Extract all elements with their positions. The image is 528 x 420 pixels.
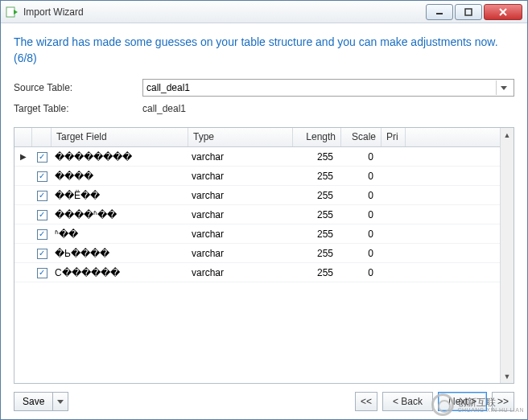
content: The wizard has made some guesses on your…	[1, 23, 527, 419]
save-button[interactable]: Save	[14, 392, 68, 411]
target-table-value: call_deal1	[142, 103, 186, 114]
cell-target-field[interactable]: C������	[52, 267, 188, 278]
col-length[interactable]: Length	[293, 128, 341, 146]
cell-target-field[interactable]: ����	[52, 171, 188, 182]
cell-target-field[interactable]: ��Ë��	[52, 190, 188, 201]
col-handle	[14, 128, 32, 146]
cell-type[interactable]: varchar	[188, 151, 293, 163]
window-controls	[426, 4, 522, 20]
cell-scale[interactable]: 0	[341, 171, 382, 182]
cell-scale[interactable]: 0	[341, 151, 382, 163]
cell-length[interactable]: 255	[293, 171, 341, 182]
cell-type[interactable]: varchar	[188, 209, 293, 220]
cell-type[interactable]: varchar	[188, 190, 293, 201]
cell-scale[interactable]: 0	[341, 229, 382, 240]
vertical-scrollbar[interactable]: ▲ ▼	[500, 128, 514, 383]
first-button[interactable]: <<	[355, 392, 377, 411]
cell-length[interactable]: 255	[293, 190, 341, 201]
cell-type[interactable]: varchar	[188, 267, 293, 278]
cell-target-field[interactable]: ��������	[52, 151, 188, 163]
cell-length[interactable]: 255	[293, 209, 341, 220]
table-row[interactable]: ▶��������varchar2550	[14, 147, 500, 167]
col-primary[interactable]: Pri	[382, 128, 406, 146]
table-row[interactable]: �Ь����varchar2550	[14, 244, 500, 263]
row-checkbox-cell	[32, 266, 52, 278]
col-target-field[interactable]: Target Field	[52, 128, 188, 146]
wizard-heading: The wizard has made some guesses on your…	[14, 35, 514, 66]
watermark-logo-icon	[431, 393, 454, 416]
source-table-label: Source Table:	[14, 82, 142, 93]
cell-target-field[interactable]: ʱ��	[52, 229, 188, 240]
row-checkbox[interactable]	[37, 229, 47, 240]
col-scale[interactable]: Scale	[341, 128, 382, 146]
row-checkbox-cell	[32, 247, 52, 259]
col-type[interactable]: Type	[188, 128, 293, 146]
window-title: Import Wizard	[23, 6, 426, 18]
row-checkbox[interactable]	[37, 249, 47, 259]
table-row[interactable]: ʱ��varchar2550	[14, 224, 500, 244]
col-checkbox	[32, 128, 52, 146]
table-body: ▶��������varchar2550����varchar2550��Ë��…	[14, 147, 500, 282]
save-dropdown-icon[interactable]	[52, 392, 68, 411]
table-row[interactable]: ����ʱ��varchar2550	[14, 205, 500, 224]
table-header: Target Field Type Length Scale Pri	[14, 128, 500, 147]
close-button[interactable]	[484, 4, 522, 20]
row-checkbox-cell	[32, 150, 52, 163]
titlebar: Import Wizard	[1, 1, 527, 23]
dropdown-icon	[496, 80, 510, 95]
watermark-text: 创新互联 CHUANG XIN HU LIAN	[457, 397, 524, 413]
row-checkbox[interactable]	[37, 171, 47, 182]
source-table-value: call_deal1	[146, 82, 190, 93]
row-pointer-icon: ▶	[14, 152, 32, 161]
table-row[interactable]: C������varchar2550	[14, 263, 500, 282]
svg-rect-0	[6, 7, 14, 17]
cell-type[interactable]: varchar	[188, 229, 293, 240]
target-table-label: Target Table:	[14, 103, 142, 114]
cell-length[interactable]: 255	[293, 151, 341, 163]
scroll-down-icon[interactable]: ▼	[501, 369, 514, 383]
target-table-row: Target Table: call_deal1	[14, 103, 514, 114]
app-icon	[6, 6, 19, 19]
cell-length[interactable]: 255	[293, 248, 341, 259]
table-row[interactable]: ��Ë��varchar2550	[14, 186, 500, 205]
row-checkbox[interactable]	[37, 191, 47, 201]
row-checkbox-cell	[32, 228, 52, 240]
source-table-select[interactable]: call_deal1	[142, 79, 514, 97]
cell-length[interactable]: 255	[293, 229, 341, 240]
svg-rect-2	[465, 9, 472, 15]
table-row[interactable]: ����varchar2550	[14, 167, 500, 186]
window: Import Wizard The wizard has made some g…	[0, 0, 528, 420]
cell-scale[interactable]: 0	[341, 267, 382, 278]
back-button[interactable]: < Back	[382, 392, 433, 411]
cell-scale[interactable]: 0	[341, 190, 382, 201]
source-table-row: Source Table: call_deal1	[14, 79, 514, 97]
cell-scale[interactable]: 0	[341, 248, 382, 259]
cell-type[interactable]: varchar	[188, 248, 293, 259]
scroll-up-icon[interactable]: ▲	[501, 128, 514, 142]
row-checkbox[interactable]	[37, 210, 47, 220]
cell-length[interactable]: 255	[293, 267, 341, 278]
cell-scale[interactable]: 0	[341, 209, 382, 220]
scroll-thumb[interactable]	[501, 142, 514, 369]
cell-target-field[interactable]: ����ʱ��	[52, 209, 188, 220]
row-checkbox[interactable]	[37, 268, 47, 278]
cell-target-field[interactable]: �Ь����	[52, 248, 188, 259]
row-checkbox-cell	[32, 208, 52, 220]
cell-type[interactable]: varchar	[188, 171, 293, 182]
row-checkbox-cell	[32, 189, 52, 201]
minimize-button[interactable]	[426, 4, 453, 20]
fields-table: Target Field Type Length Scale Pri ▶����…	[14, 127, 514, 384]
watermark: 创新互联 CHUANG XIN HU LIAN	[431, 393, 524, 416]
maximize-button[interactable]	[455, 4, 482, 20]
row-checkbox[interactable]	[37, 152, 47, 163]
row-checkbox-cell	[32, 170, 52, 182]
save-button-label: Save	[14, 392, 52, 411]
